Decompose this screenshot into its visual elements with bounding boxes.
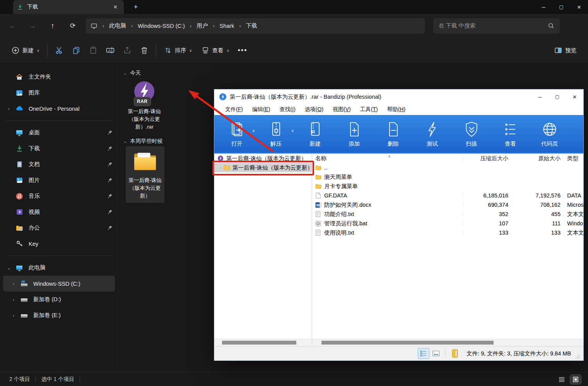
list-row-file[interactable]: 使用说明.txt 133 133 文本文 [312, 228, 583, 237]
breadcrumb-shark[interactable]: Shark [219, 22, 235, 30]
new-archive-button[interactable]: 新建 [296, 117, 335, 151]
explorer-tab-downloads[interactable]: 下载 ✕ [13, 0, 124, 14]
open-button[interactable]: 打开 ∨ [217, 117, 256, 151]
rename-button[interactable]: A [102, 42, 119, 59]
sidebar-item-volume-e[interactable]: › 新加卷 (E:) [3, 307, 115, 323]
sidebar-item-volume-d[interactable]: › 新加卷 (D:) [3, 292, 115, 307]
sidebar-item-gallery[interactable]: 图库 [3, 85, 115, 101]
new-tab-button[interactable]: + [130, 2, 142, 12]
sidebar-item-this-pc[interactable]: ⌄ 此电脑 [3, 260, 115, 276]
column-header-name[interactable]: 名称 ∧ [312, 155, 463, 162]
list-row-parent-dir[interactable]: .. [312, 163, 583, 172]
explorer-close-button[interactable]: ✕ [570, 0, 588, 14]
sidebar-item-home[interactable]: 主文件夹 [3, 69, 115, 85]
sidebar-item-music[interactable]: 音乐 [3, 188, 115, 204]
search-input[interactable]: 在 下载 中搜索 [433, 18, 560, 34]
view-button[interactable]: 查看 ∨ [197, 43, 234, 57]
sidebar-item-downloads[interactable]: 下载 [3, 141, 115, 156]
tree-horizontal-scrollbar[interactable] [214, 339, 312, 346]
codepage-button[interactable]: 代码页 [530, 117, 569, 151]
sidebar-item-key[interactable]: Key [3, 236, 115, 252]
test-button[interactable]: 测试 [413, 117, 452, 151]
delete-button[interactable] [136, 42, 153, 59]
explorer-navbar: ← → ↑ ⟳ › 此电脑 › Windows-SSD (C:) › 用户 › … [0, 14, 588, 38]
tree-root-archive[interactable]: 第一后裔-诛仙（版本为云更新） [214, 154, 312, 163]
column-header-packed-size[interactable]: 压缩后大小 [463, 155, 511, 162]
chevron-right-icon[interactable]: › [8, 313, 19, 318]
column-header-type[interactable]: 类型 [564, 155, 583, 162]
breadcrumb-this-pc[interactable]: 此电脑 [108, 21, 127, 30]
menu-edit[interactable]: 编辑(E) [248, 106, 275, 113]
sort-button[interactable]: 排序 ∨ [159, 43, 197, 57]
view-list-button[interactable]: 查看 [491, 117, 530, 151]
music-icon [15, 192, 24, 201]
cut-button[interactable] [51, 42, 68, 59]
paste-button[interactable] [85, 42, 102, 59]
extract-button[interactable]: 解压 ∨ [256, 117, 296, 151]
menu-help[interactable]: 帮助(H) [383, 106, 410, 113]
bandizip-close-button[interactable]: ✕ [566, 89, 583, 104]
list-row-file[interactable]: 功能介绍.txt 352 455 文本文 [312, 209, 583, 219]
tree-folder-selected[interactable]: › 第一后裔-诛仙（版本为云更新） [214, 163, 312, 172]
forward-button[interactable]: → [25, 18, 40, 34]
more-options-button[interactable]: ••• [234, 42, 251, 59]
menu-options[interactable]: 选项(O) [300, 106, 328, 113]
list-row-file[interactable]: GF.DATA 6,185,016 7,192,576 DATA [312, 191, 583, 200]
large-icons-view-button[interactable] [570, 375, 581, 384]
menu-view[interactable]: 视图(V) [328, 106, 356, 113]
file-item-rar[interactable]: RAR 第一后裔-诛仙（版本为云更新）.rar [126, 79, 163, 131]
list-row-folder[interactable]: 测天周菜单 [312, 172, 583, 182]
chevron-right-icon[interactable]: › [8, 281, 19, 286]
breadcrumb-drive-c[interactable]: Windows-SSD (C:) [137, 22, 186, 30]
chevron-down-icon[interactable]: ∨ [291, 129, 294, 133]
chevron-down-icon[interactable]: ⌄ [3, 265, 15, 271]
sidebar-item-desktop[interactable]: 桌面 [3, 125, 115, 141]
up-button[interactable]: ↑ [45, 18, 60, 34]
bandizip-minimize-button[interactable]: ─ [531, 89, 549, 104]
file-item-folder[interactable]: 第一后裔-诛仙（版本为云更新） [126, 146, 164, 203]
breadcrumb-users[interactable]: 用户 [196, 21, 209, 30]
menu-tools[interactable]: 工具(T) [356, 106, 383, 113]
bandizip-logo-icon [219, 93, 227, 101]
refresh-button[interactable]: ⟳ [65, 18, 80, 34]
address-bar[interactable]: › 此电脑 › Windows-SSD (C:) › 用户 › Shark › … [86, 18, 425, 34]
tab-close-icon[interactable]: ✕ [111, 4, 120, 10]
details-view-toggle[interactable] [418, 348, 429, 359]
chevron-down-icon[interactable]: ∨ [252, 129, 255, 133]
sidebar-item-label: Key [29, 241, 105, 247]
chevron-right-icon[interactable]: › [3, 106, 15, 112]
list-row-folder[interactable]: 月卡专属菜单 [312, 182, 583, 191]
new-button[interactable]: 新建 ∨ [7, 43, 44, 57]
menu-find[interactable]: 查找(I) [275, 106, 300, 113]
add-button[interactable]: 添加 [335, 117, 374, 151]
sidebar-item-office[interactable]: 办公 [3, 220, 115, 236]
sidebar-item-documents[interactable]: 文档 [3, 156, 115, 172]
sidebar-item-onedrive[interactable]: › OneDrive - Personal [3, 101, 115, 117]
menu-file[interactable]: 文件(F) [220, 106, 248, 113]
sidebar-item-videos[interactable]: 视频 [3, 204, 115, 220]
bandizip-maximize-button[interactable]: ▢ [549, 89, 566, 104]
resize-grip[interactable] [575, 354, 580, 359]
sidebar-item-windows-ssd-c[interactable]: › Windows-SSD (C:) [3, 276, 115, 292]
delete-button[interactable]: 删除 [374, 117, 413, 151]
column-header-original-size[interactable]: 原始大小 [511, 155, 564, 162]
list-row-file[interactable]: W防护如何关闭.docx 690,374 708,162 Micros [312, 200, 583, 209]
chevron-right-icon[interactable]: › [8, 297, 19, 302]
group-header-today[interactable]: ⌄ 今天 [123, 70, 588, 77]
list-row-file[interactable]: 管理员运行我.bat 107 111 Windo [312, 219, 583, 228]
explorer-maximize-button[interactable]: ▢ [552, 0, 570, 14]
preview-button[interactable]: 预览 [550, 43, 581, 57]
share-button[interactable] [119, 42, 136, 59]
sidebar-item-pictures[interactable]: 图片 [3, 172, 115, 188]
back-button[interactable]: ← [5, 18, 20, 34]
explorer-minimize-button[interactable]: ─ [535, 0, 552, 14]
scan-button[interactable]: 扫描 [452, 117, 491, 151]
image-preview-toggle[interactable] [431, 348, 441, 359]
archive-folder-icon[interactable] [450, 348, 460, 359]
list-horizontal-scrollbar[interactable] [312, 339, 583, 346]
bandizip-title-bar[interactable]: 第一后裔-诛仙（版本为云更新）.rar - Bandizip (Professi… [214, 89, 583, 104]
chevron-right-icon[interactable]: › [217, 165, 224, 170]
breadcrumb-downloads[interactable]: 下载 [245, 21, 258, 30]
details-view-button[interactable] [556, 375, 567, 384]
copy-button[interactable] [68, 42, 85, 59]
